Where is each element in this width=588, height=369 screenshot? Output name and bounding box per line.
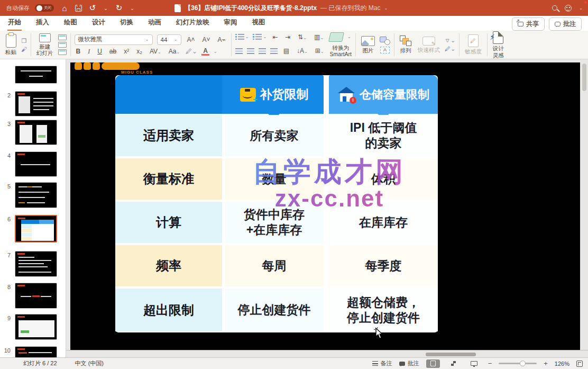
copy-icon[interactable]: ❐ xyxy=(22,38,27,44)
columns-icon[interactable]: ▥⌄ xyxy=(313,33,325,41)
highlight-pen-icon[interactable]: 🖉⌄ xyxy=(186,48,197,55)
picture-button[interactable]: 图片 xyxy=(360,35,376,55)
toolbar-options-icon[interactable]: ⌄ xyxy=(130,5,135,11)
smartart-preview-icon[interactable] xyxy=(328,32,344,42)
tab-view[interactable]: 视图 xyxy=(252,15,266,31)
subscript-button[interactable]: x₂ xyxy=(135,48,144,55)
bullets-icon[interactable]: ⌄ xyxy=(235,34,249,40)
shapes-icon[interactable] xyxy=(380,37,390,45)
search-icon[interactable] xyxy=(552,5,557,11)
font-name-select[interactable]: 微软雅黑 ⌄ xyxy=(75,34,153,45)
font-color-button[interactable]: A xyxy=(201,48,209,56)
zoom-in-button[interactable]: + xyxy=(544,359,548,367)
slide-6-canvas[interactable]: MIGU CLASS 补货限制 ! 仓储容量限制 适用卖家 所有卖家 IPI 低… xyxy=(70,62,580,350)
decrease-indent-icon[interactable]: ⇤ xyxy=(271,33,279,41)
numbering-icon[interactable]: ⌄ xyxy=(253,34,267,40)
superscript-button[interactable]: x² xyxy=(122,48,131,55)
zoom-out-button[interactable]: − xyxy=(488,359,492,367)
feedback-smiley-icon[interactable] xyxy=(565,5,572,12)
line-spacing-icon[interactable]: ⇅⌄ xyxy=(296,33,308,41)
layout-icon[interactable] xyxy=(58,34,67,40)
zoom-slider-thumb[interactable] xyxy=(520,361,526,366)
shape-fill-icon[interactable]: 🜄⌄ xyxy=(445,37,455,44)
slide-thumbnail-6-selected[interactable] xyxy=(15,215,57,242)
tab-design[interactable]: 设计 xyxy=(91,15,106,31)
italic-button[interactable]: I xyxy=(86,48,91,56)
change-case-button[interactable]: Aa⌄ xyxy=(167,48,181,55)
notes-icon xyxy=(372,361,378,366)
tab-home[interactable]: 开始 xyxy=(7,15,22,31)
notes-toggle-button[interactable]: 备注 xyxy=(372,359,392,367)
tab-draw[interactable]: 绘图 xyxy=(63,15,78,31)
fit-to-window-icon[interactable] xyxy=(576,361,583,367)
undo-chevron-icon[interactable]: ⌄ xyxy=(103,5,108,11)
redo-icon[interactable]: ↻ xyxy=(114,3,124,13)
slideshow-button[interactable] xyxy=(467,359,481,368)
tab-review[interactable]: 审阅 xyxy=(224,15,238,31)
arrange-icon xyxy=(400,35,411,46)
document-title[interactable]: 【36】店铺IPI低于400分以及旺季备货-8.2pptx xyxy=(185,4,317,13)
underline-button[interactable]: U xyxy=(96,48,104,55)
slide-thumbnail-2[interactable] xyxy=(15,91,57,116)
slide-thumbnail-8[interactable] xyxy=(15,283,57,309)
add-remove-columns-icon[interactable]: ▤ xyxy=(282,47,291,55)
align-text-icon[interactable]: ⊞⌄ xyxy=(314,47,326,55)
slide-thumbnail-10[interactable] xyxy=(15,346,57,357)
quick-styles-button[interactable]: 快速样式 xyxy=(416,35,442,54)
strikethrough-button[interactable]: ab xyxy=(108,48,118,55)
slide-thumbnail-4[interactable] xyxy=(15,151,57,177)
format-painter-icon[interactable]: 🖌 xyxy=(21,46,27,52)
shrink-font-button[interactable]: A˅ xyxy=(201,36,212,43)
normal-view-button[interactable] xyxy=(426,359,440,368)
slide-thumbnail-5[interactable] xyxy=(15,182,57,208)
slide-thumbnail-3[interactable] xyxy=(15,120,57,145)
font-size-select[interactable]: 44 ⌄ xyxy=(157,34,181,45)
slide-thumbnail-9[interactable] xyxy=(15,314,57,340)
align-right-icon[interactable] xyxy=(259,48,266,54)
vertical-scrollbar[interactable] xyxy=(582,64,586,91)
save-icon[interactable] xyxy=(75,5,82,12)
share-button[interactable]: 共享 xyxy=(512,17,545,31)
bold-button[interactable]: B xyxy=(75,48,82,55)
zoom-level[interactable]: 126% xyxy=(555,361,569,367)
reset-layout-icon[interactable] xyxy=(58,42,67,48)
grow-font-button[interactable]: A˄ xyxy=(186,36,197,43)
align-left-icon[interactable] xyxy=(235,48,243,54)
tab-insert[interactable]: 插入 xyxy=(35,15,50,31)
sensitivity-button[interactable]: 敏感度 xyxy=(463,33,483,56)
tab-slideshow[interactable]: 幻灯片放映 xyxy=(176,15,210,31)
arrange-button[interactable]: 排列 xyxy=(398,34,413,55)
zoom-slider[interactable] xyxy=(499,363,537,364)
slide-thumbnail-1[interactable] xyxy=(15,66,57,84)
title-chevron-icon[interactable]: ⌄ xyxy=(384,6,388,11)
home-icon[interactable]: ⌂ xyxy=(59,4,70,13)
paste-button[interactable]: 粘贴 xyxy=(4,33,18,56)
language-indicator[interactable]: 中文 (中国) xyxy=(75,359,104,367)
smartart-convert-label[interactable]: 转换为 SmartArt xyxy=(330,44,352,57)
increase-indent-icon[interactable]: ⇥ xyxy=(283,33,292,41)
clear-formatting-button[interactable]: A⌁ xyxy=(216,36,227,43)
thumbnail-row-10: 10 xyxy=(0,346,66,357)
design-ideas-button[interactable]: 设计 灵感 xyxy=(491,30,506,59)
textbox-icon[interactable]: A xyxy=(380,47,390,53)
shape-outline-icon[interactable]: 🖉⌄ xyxy=(445,46,455,52)
align-center-icon[interactable] xyxy=(247,48,254,54)
smartart-chevron-icon[interactable]: ⌄ xyxy=(347,34,351,39)
tab-animations[interactable]: 动画 xyxy=(148,15,162,31)
section-icon[interactable] xyxy=(58,49,67,55)
tab-transitions[interactable]: 切换 xyxy=(120,15,134,31)
comments-button[interactable]: 批注 xyxy=(549,17,582,31)
char-spacing-button[interactable]: AV⌄ xyxy=(148,48,163,55)
font-color-chevron-icon[interactable]: ⌄ xyxy=(214,49,217,54)
text-direction-icon[interactable]: ↓A⌄ xyxy=(295,47,309,55)
autosave-toggle[interactable]: 关闭 xyxy=(35,4,54,12)
comments-toggle-button[interactable]: 批注 xyxy=(399,359,419,367)
justify-icon[interactable] xyxy=(270,48,278,54)
slide-thumbnail-7[interactable] xyxy=(15,251,57,277)
notes-collapsed-strip[interactable] xyxy=(66,350,588,357)
undo-icon[interactable]: ↺ xyxy=(87,3,98,13)
feedback-chevron-icon[interactable]: ⌄ xyxy=(579,6,583,11)
new-slide-button[interactable]: 新建 幻灯片 xyxy=(35,32,55,57)
slide-sorter-button[interactable] xyxy=(447,359,461,368)
horizontal-scrollbar[interactable] xyxy=(426,353,476,356)
